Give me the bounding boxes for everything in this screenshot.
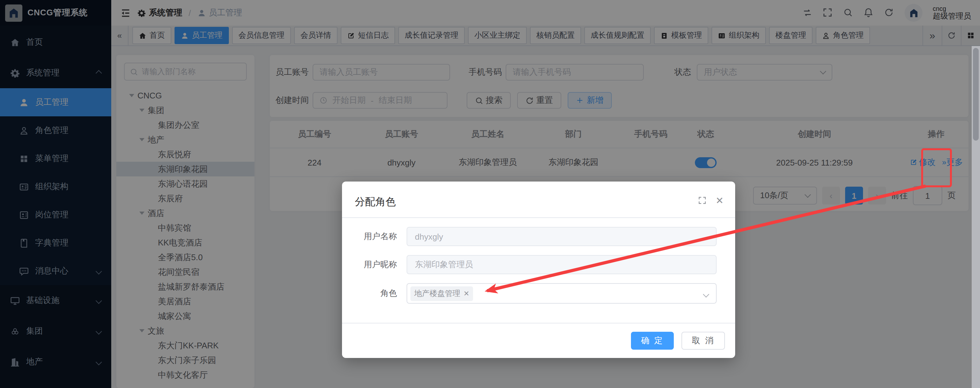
nickname-label: 用户昵称: [342, 259, 397, 270]
app-root: CNCG管理系统 首页 系统管理 员工管理 角色管理 菜单管理: [0, 0, 980, 388]
scrollbar-thumb[interactable]: [973, 48, 979, 141]
dialog-fullscreen-icon[interactable]: [698, 196, 707, 205]
role-tag: 地产楼盘管理 ✕: [410, 286, 473, 301]
role-label: 角色: [342, 288, 397, 299]
assign-role-dialog: 分配角色 ✕ 用户名称 dhyxgly 用户昵称 东湖印象管理员 角色 地产楼盘…: [342, 181, 735, 358]
dialog-footer: 确 定 取 消: [342, 323, 735, 358]
username-label: 用户名称: [342, 231, 397, 242]
dialog-header: 分配角色 ✕: [342, 181, 735, 218]
tag-close-icon[interactable]: ✕: [463, 289, 469, 297]
nickname-input[interactable]: 东湖印象管理员: [407, 255, 717, 274]
chevron-down-icon: [703, 291, 709, 297]
dialog-title: 分配角色: [355, 196, 396, 209]
confirm-button[interactable]: 确 定: [631, 332, 674, 350]
cancel-button[interactable]: 取 消: [682, 332, 725, 350]
username-input[interactable]: dhyxgly: [407, 227, 717, 246]
annotation-highlight-box: [921, 148, 952, 187]
dialog-body: 用户名称 dhyxgly 用户昵称 东湖印象管理员 角色 地产楼盘管理 ✕: [342, 218, 735, 304]
dialog-close-icon[interactable]: ✕: [716, 196, 724, 205]
role-select[interactable]: 地产楼盘管理 ✕: [407, 283, 717, 304]
page-scrollbar[interactable]: [972, 46, 980, 388]
